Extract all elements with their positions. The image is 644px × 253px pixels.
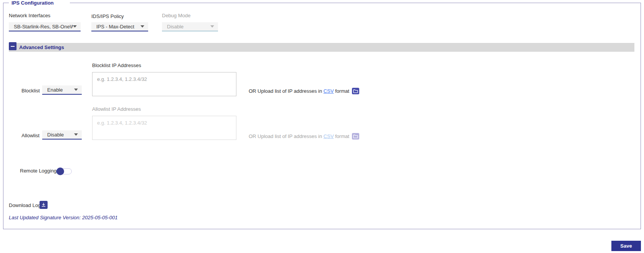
allowlist-csv-upload-line: OR Upload list of IP addresses in CSV fo… xyxy=(249,133,359,140)
allowlist-state-select[interactable]: Disable xyxy=(42,130,82,140)
minus-icon xyxy=(11,46,15,47)
blocklist-state-value: Enable xyxy=(42,87,74,93)
chevron-down-icon xyxy=(74,133,78,136)
ids-ips-policy-label: IDS/IPS Policy xyxy=(91,13,124,19)
network-interfaces-select[interactable]: SB-Starlink-Res, SB-OneWebb xyxy=(9,22,81,31)
remote-logging-toggle[interactable] xyxy=(56,167,73,176)
download-icon xyxy=(41,202,46,207)
blocklist-upload-text-suffix: format xyxy=(334,88,349,94)
blocklist-upload-text: OR Upload list of IP addresses in xyxy=(249,88,324,94)
allowlist-label: Allowlist xyxy=(21,133,40,138)
toggle-thumb xyxy=(56,168,64,175)
chevron-down-icon xyxy=(210,25,214,28)
allowlist-upload-text: OR Upload list of IP addresses in xyxy=(249,133,324,139)
signature-version-text: Last Updated Signature Version: 2025-05-… xyxy=(9,215,118,220)
debug-mode-select: Disable xyxy=(162,22,218,31)
allowlist-csv-link: CSV xyxy=(324,133,334,139)
advanced-settings-collapse-button[interactable] xyxy=(9,42,17,50)
ids-ips-policy-value: IPS - Max-Detect xyxy=(91,24,140,30)
network-interfaces-label: Network Interfaces xyxy=(9,13,50,18)
blocklist-ip-addresses-label: Blocklist IP Addresses xyxy=(92,62,141,68)
blocklist-ip-addresses-input[interactable] xyxy=(92,72,236,96)
folder-upload-icon xyxy=(353,134,358,138)
allowlist-state-value: Disable xyxy=(42,132,74,138)
blocklist-csv-upload-button[interactable] xyxy=(352,88,359,94)
ids-ips-policy-select[interactable]: IPS - Max-Detect xyxy=(91,22,148,31)
panel-title: IPS Configuration xyxy=(9,0,70,6)
debug-mode-value: Disable xyxy=(162,24,210,30)
chevron-down-icon xyxy=(140,25,144,28)
allowlist-upload-text-suffix: format xyxy=(334,133,349,139)
chevron-down-icon xyxy=(74,89,78,91)
remote-logging-label: Remote Logging xyxy=(20,168,56,174)
allowlist-csv-upload-button xyxy=(352,133,359,140)
download-logs-label: Download Logs xyxy=(9,202,43,208)
folder-upload-icon xyxy=(353,89,358,93)
ips-configuration-page: IPS Configuration Network Interfaces SB-… xyxy=(0,0,644,253)
debug-mode-label: Debug Mode xyxy=(162,13,190,18)
advanced-settings-bar xyxy=(9,43,634,52)
ips-configuration-panel: IPS Configuration xyxy=(3,0,641,229)
network-interfaces-value: SB-Starlink-Res, SB-OneWebb xyxy=(9,24,73,30)
blocklist-csv-link[interactable]: CSV xyxy=(324,88,334,94)
blocklist-label: Blocklist xyxy=(21,88,40,94)
chevron-down-icon xyxy=(73,25,77,28)
blocklist-csv-upload-line: OR Upload list of IP addresses in CSV fo… xyxy=(249,88,359,94)
allowlist-ip-addresses-label: Allowlist IP Addresses xyxy=(92,106,141,112)
allowlist-ip-addresses-input xyxy=(92,116,236,140)
advanced-settings-title: Advanced Settings xyxy=(19,43,64,52)
blocklist-state-select[interactable]: Enable xyxy=(42,85,82,95)
save-button[interactable]: Save xyxy=(611,241,641,251)
download-logs-button[interactable] xyxy=(40,201,48,209)
